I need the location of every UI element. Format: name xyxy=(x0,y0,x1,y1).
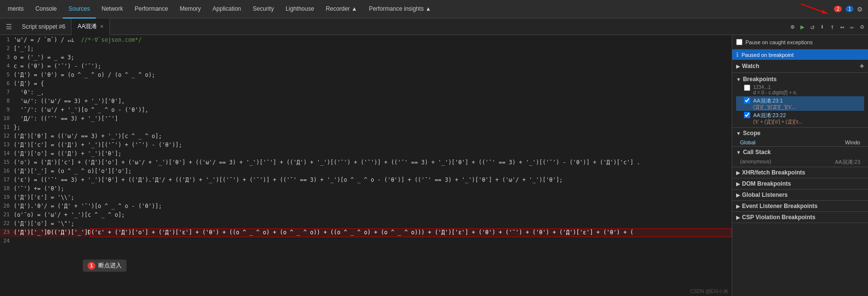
event-listener-header[interactable]: ▶ Event Listener Breakpoints xyxy=(732,201,868,211)
code-line-15[interactable]: 15('o') = ('Д')['c'] + ('Д')['o'] + ('ω'… xyxy=(0,158,732,167)
breakpoint-item-1[interactable]: 1234...1 d = 0 - c.digits[f] + e, xyxy=(736,84,864,96)
bp2-checkbox[interactable] xyxy=(744,97,750,104)
code-line-20[interactable]: 20('Д').'θ'/ = ('Д' + 'ˉ')[o ^ _ ^ o - (… xyxy=(0,202,732,211)
code-line-13[interactable]: 13('Д')['c'] = (('Д') + '_')[('ˉ') + ('ˉ… xyxy=(0,141,732,150)
code-line-19[interactable]: 19('Д')['ε'] = '\\'; xyxy=(0,193,732,202)
event-listener-section: ▶ Event Listener Breakpoints xyxy=(732,201,868,212)
code-line-4[interactable]: 4c = ('θ') = ('ˉ') - ('ˉ'); xyxy=(0,62,732,71)
reload-icon[interactable]: ↺ xyxy=(808,22,816,32)
nav-item-sources[interactable]: Sources xyxy=(63,0,96,18)
line-content-13: ('Д')['c'] = (('Д') + '_')[('ˉ') + ('ˉ')… xyxy=(14,141,732,148)
global-listeners-label: Global Listeners xyxy=(742,192,788,198)
line-number-8: 8 xyxy=(0,97,14,104)
breakpoint-item-3[interactable]: AA混淆:23:22 ('ε' + ('Д')['o'] + ('Д')['ε.… xyxy=(736,111,864,125)
svg-line-1 xyxy=(801,4,828,14)
pause-caught-label: Pause on caught exceptions xyxy=(745,39,813,45)
callstack-item-1[interactable]: (anonymous) AA混淆:23 xyxy=(732,157,868,167)
settings-icon[interactable]: ⚙ xyxy=(857,4,862,14)
step-out-icon[interactable]: ↔ xyxy=(838,22,846,32)
nav-item-ments[interactable]: ments xyxy=(2,0,30,18)
code-line-12[interactable]: 12('Д')['θ'] = (('ω'/ == 3) + '_')[c ^ _… xyxy=(0,132,732,141)
code-line-21[interactable]: 21(o'ˉo) = ('ω'/ + '_')[c ^ _ ^ o]; xyxy=(0,211,732,220)
pause-caught-row[interactable]: Pause on caught exceptions xyxy=(736,37,864,47)
tab-aa-obfuscated[interactable]: AA混淆 ✕ xyxy=(72,18,110,35)
code-line-16[interactable]: 16('Д')['_'] = (o ^ _ ^ o)['o']['o']; xyxy=(0,167,732,176)
bp3-checkbox[interactable] xyxy=(744,112,750,118)
tab-close-icon[interactable]: ✕ xyxy=(100,24,104,29)
nav-item-application[interactable]: Application xyxy=(207,0,247,18)
bp3-label: AA混淆:23:22 xyxy=(753,112,802,119)
line-number-11: 11 xyxy=(0,123,14,130)
csp-violation-header[interactable]: ▶ CSP Violation Breakpoints xyxy=(732,212,868,223)
global-listeners-section: ▶ Global Listeners xyxy=(732,190,868,201)
watch-add-icon[interactable]: + xyxy=(860,62,864,70)
nav-item-recorder[interactable]: Recorder ▲ xyxy=(320,0,363,18)
line-number-6: 6 xyxy=(0,80,14,87)
tab-script-snippet[interactable]: Script snippet #6 xyxy=(16,18,72,35)
step-over-icon[interactable]: ⬇ xyxy=(818,22,826,32)
sidebar-toggle-button[interactable]: ☰ xyxy=(2,23,16,31)
callstack-header[interactable]: ▼ Call Stack xyxy=(732,147,868,157)
line-number-9: 9 xyxy=(0,106,14,113)
message-badge: 1 xyxy=(846,6,853,12)
scope-global-key: Global xyxy=(740,139,756,145)
line-content-22: ('Д')['o'] = '\"'; xyxy=(14,220,732,227)
line-content-16: ('Д')['_'] = (o ^ _ ^ o)['o']['o']; xyxy=(14,167,732,174)
code-line-8[interactable]: 8 'ω/': (('ω'/ == 3) + '_')['θ'], xyxy=(0,97,732,106)
code-line-3[interactable]: 3o = ('_') = _ = 3; xyxy=(0,53,732,62)
error-badge: 2 xyxy=(834,6,842,12)
line-number-14: 14 xyxy=(0,150,14,157)
dom-arrow-icon: ▶ xyxy=(736,181,740,187)
nav-item-network[interactable]: Network xyxy=(96,0,129,18)
scope-header[interactable]: ▼ Scope xyxy=(732,128,868,139)
breakpoints-arrow-icon: ▼ xyxy=(736,77,741,82)
breakpoint-item-2[interactable]: AA混淆:23:1 ('Д')['_'](('Д')['_']('ε'... xyxy=(736,96,864,111)
scope-label: Scope xyxy=(743,130,760,137)
nav-item-security[interactable]: Security xyxy=(247,0,280,18)
bp1-checkbox[interactable] xyxy=(744,85,750,91)
code-line-14[interactable]: 14('Д')['o'] = (('Д') + '_')['θ']; xyxy=(0,150,732,158)
deactivate-breakpoints-icon[interactable]: ⊘ xyxy=(858,22,866,32)
code-line-1[interactable]: 1'ω'/ = / `m`) / ↵⊥ //*·∇`sojson.com*/ xyxy=(0,36,732,45)
code-line-10[interactable]: 10 'Д/': (('ˉ' == 3) + '_')['ˉ'] xyxy=(0,115,732,123)
nav-item-lighthouse[interactable]: Lighthouse xyxy=(280,0,320,18)
line-number-7: 7 xyxy=(0,88,14,95)
code-line-7[interactable]: 7 'θ': _, xyxy=(0,88,732,97)
dom-breakpoints-header[interactable]: ▶ DOM Breakpoints xyxy=(732,178,868,189)
add-snippet-icon[interactable]: ⊕ xyxy=(789,22,796,32)
global-listeners-header[interactable]: ▶ Global Listeners xyxy=(732,190,868,200)
code-line-11[interactable]: 11}; xyxy=(0,123,732,132)
nav-item-perf-insights[interactable]: Performance insights ▲ xyxy=(363,0,437,18)
line-content-6: ('Д') = { xyxy=(14,80,732,87)
edit-breakpoints-icon[interactable]: ✏ xyxy=(848,22,856,32)
nav-item-console[interactable]: Console xyxy=(30,0,63,18)
line-content-1: 'ω'/ = / `m`) / ↵⊥ //*·∇`sojson.com*/ xyxy=(14,36,732,43)
nav-item-performance[interactable]: Performance xyxy=(129,0,174,18)
scope-global-item[interactable]: Global Windo xyxy=(732,139,868,146)
code-line-6[interactable]: 6('Д') = { xyxy=(0,80,732,88)
xhr-fetch-header[interactable]: ▶ XHR/fetch Breakpoints xyxy=(732,167,868,178)
code-line-22[interactable]: 22('Д')['o'] = '\"'; xyxy=(0,220,732,228)
code-line-23[interactable]: 23('Д')['_']Ð(('Д')['_']Ð('ε' + ('Д')['o… xyxy=(0,228,732,237)
step-into-icon[interactable]: ↑ xyxy=(828,22,836,32)
code-line-24[interactable]: 24 xyxy=(0,237,732,246)
code-line-5[interactable]: 5('Д') = ('θ') = (o ^ _ ^ o) / (o ^ _ ^ … xyxy=(0,71,732,80)
line-number-17: 17 xyxy=(0,176,14,183)
line-number-24: 24 xyxy=(0,237,14,244)
line-number-21: 21 xyxy=(0,211,14,218)
code-line-2[interactable]: 2['_']; xyxy=(0,45,732,53)
code-editor[interactable]: 1'ω'/ = / `m`) / ↵⊥ //*·∇`sojson.com*/2[… xyxy=(0,35,732,296)
code-line-17[interactable]: 17('ε') = (('ˉ' == 3) + '_')['θ'] + (('Д… xyxy=(0,176,732,185)
breakpoints-header[interactable]: ▼ Breakpoints xyxy=(736,75,864,84)
pause-caught-checkbox[interactable] xyxy=(736,39,742,45)
line-number-12: 12 xyxy=(0,132,14,139)
red-arrow-icon xyxy=(801,0,830,15)
line-content-4: c = ('θ') = ('ˉ') - ('ˉ'); xyxy=(14,62,732,70)
code-line-18[interactable]: 18('ˉ') += ('θ'); xyxy=(0,185,732,193)
play-button[interactable]: ▶ xyxy=(798,22,806,32)
watch-section[interactable]: ▶ Watch + xyxy=(732,60,868,73)
code-line-9[interactable]: 9 'ˉ/': ('ω'/ + '_')[o ^ _ ^ o - ('θ')], xyxy=(0,106,732,115)
nav-item-memory[interactable]: Memory xyxy=(174,0,206,18)
line-content-10: 'Д/': (('ˉ' == 3) + '_')['ˉ'] xyxy=(14,115,732,122)
watermark-text: CSDN @EXI小洲 xyxy=(690,288,728,295)
